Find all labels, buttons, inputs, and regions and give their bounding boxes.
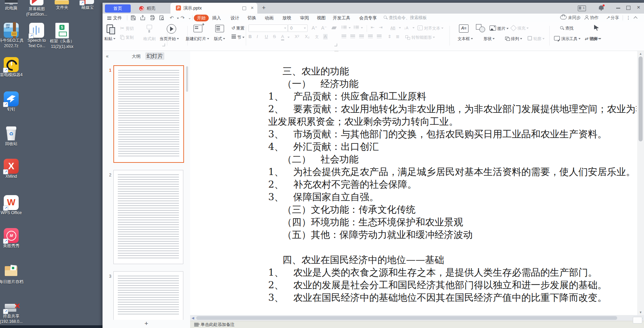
- tab-start[interactable]: 开始: [194, 15, 209, 21]
- layout-button[interactable]: 版式: [214, 36, 225, 41]
- more-commands-chevron[interactable]: ⌄: [188, 14, 191, 22]
- tab-slides[interactable]: 幻灯片: [145, 52, 164, 60]
- format-painter-icon[interactable]: [146, 24, 153, 33]
- tab-home[interactable]: 首页: [105, 4, 131, 13]
- desktop-icon-daily-archive[interactable]: 每日图片存档: [0, 264, 26, 284]
- collaborate-button[interactable]: 协作: [585, 14, 599, 22]
- font-color-button[interactable]: A: [281, 34, 284, 40]
- decrease-indent-icon[interactable]: ⇤: [371, 25, 374, 30]
- reset-button[interactable]: ↺重置: [232, 25, 244, 31]
- format-painter-button[interactable]: 格式刷: [143, 36, 155, 41]
- desktop-icon-dingtalk[interactable]: ↗ 钉钉: [0, 91, 26, 112]
- smart-graphic-button[interactable]: 转智能图形: [405, 35, 435, 40]
- clear-format-icon[interactable]: [331, 27, 337, 29]
- italic-button[interactable]: I: [257, 34, 258, 39]
- align-text-button[interactable]: 对齐文本: [418, 25, 443, 31]
- panel-scrollbar-thumb[interactable]: [186, 66, 188, 92]
- copy-button[interactable]: 复制: [120, 35, 134, 40]
- more-options-button[interactable]: ⋮: [626, 14, 631, 22]
- increase-indent-icon[interactable]: ⇥: [379, 25, 383, 30]
- font-dialog-launcher[interactable]: [334, 44, 337, 46]
- tab-outline[interactable]: 大纲: [132, 52, 141, 61]
- notification-bell-icon[interactable]: [599, 5, 604, 10]
- tab-docker[interactable]: 稻壳: [134, 4, 170, 13]
- tab-preview-icon[interactable]: [242, 6, 246, 10]
- slide-canvas[interactable]: 三、农业的功能 （一） 经济功能 1、 产品贡献：供应食品和工业原料 2、 要素…: [190, 51, 637, 328]
- highlight-color-button[interactable]: A: [323, 34, 328, 39]
- scroll-down-icon[interactable]: ▼: [637, 310, 644, 315]
- select-cursor-icon[interactable]: [594, 25, 599, 31]
- arrange-button[interactable]: 排列: [505, 36, 522, 41]
- horizontal-scrollbar-thumb[interactable]: [196, 316, 617, 320]
- desktop-icon-xlsx[interactable]: S 框架（头条） 11(2)(1).xlsx: [48, 23, 77, 49]
- fill-button[interactable]: 填充: [511, 25, 529, 31]
- textbox-button[interactable]: 文本框: [458, 36, 473, 41]
- slide-thumbnail-2[interactable]: [113, 170, 183, 264]
- new-slide-button[interactable]: 新建幻灯片: [186, 36, 209, 41]
- play-from-current-icon[interactable]: [167, 24, 176, 34]
- line-spacing-icon[interactable]: ⇕: [388, 34, 391, 39]
- tab-member[interactable]: 会员专享: [359, 14, 377, 22]
- strikethrough-button[interactable]: S: [273, 34, 276, 39]
- numbered-list-icon[interactable]: [354, 25, 359, 29]
- select-button[interactable]: 选择: [590, 36, 601, 41]
- vertical-scrollbar[interactable]: ▲ ▼: [637, 51, 644, 315]
- desktop-icon-meitu[interactable]: M↗ 美图秀秀: [0, 228, 26, 248]
- close-button[interactable]: ×: [634, 3, 643, 13]
- pinyin-guide-button[interactable]: 文: [315, 34, 319, 39]
- tab-view[interactable]: 视图: [317, 14, 326, 22]
- shapes-icon[interactable]: [476, 24, 485, 32]
- desktop-icon-ldplayer[interactable]: ↗ 雷电模拟器4: [0, 57, 26, 77]
- minimize-button[interactable]: [613, 3, 623, 13]
- desktop-icon-speech-to-text[interactable]: ↗ Speech to Text Co...: [22, 23, 51, 49]
- undo-button[interactable]: ↶: [170, 14, 174, 22]
- tab-review[interactable]: 审阅: [300, 14, 309, 22]
- export-button[interactable]: [140, 15, 146, 21]
- text-direction-button[interactable]: AB: [390, 25, 395, 31]
- outline-button[interactable]: 轮廓: [528, 36, 545, 41]
- desktop-icon-network-share[interactable]: ×↗ 持盈共享 (192.168.0...: [0, 302, 26, 324]
- sync-status-button[interactable]: 未同步: [560, 14, 581, 22]
- tab-slideshow[interactable]: 放映: [282, 14, 291, 22]
- scroll-left-icon[interactable]: ◀: [190, 315, 196, 321]
- scroll-up-icon[interactable]: ▲: [637, 51, 644, 56]
- view-corner-widget[interactable]: [633, 317, 642, 324]
- tab-devtools[interactable]: 开发工具: [333, 14, 350, 22]
- tab-design[interactable]: 设计: [231, 14, 239, 22]
- share-button[interactable]: ↗分享: [606, 14, 619, 22]
- horizontal-scrollbar[interactable]: ◀ ▶: [190, 315, 644, 321]
- font-name-combo[interactable]: [249, 24, 288, 32]
- play-from-current-button[interactable]: 当页开始: [160, 36, 179, 41]
- paste-button[interactable]: 粘贴: [104, 36, 115, 41]
- maximize-button[interactable]: [624, 3, 633, 13]
- tab-close-icon[interactable]: ×: [249, 3, 255, 14]
- slide-thumbnail-3[interactable]: [113, 271, 183, 320]
- shape-button[interactable]: 形状: [483, 36, 495, 41]
- redo-button[interactable]: ↷: [181, 14, 185, 22]
- superscript-button[interactable]: X²: [295, 34, 299, 39]
- vertical-scrollbar-thumb[interactable]: [639, 56, 643, 141]
- file-menu[interactable]: 文件: [107, 14, 122, 22]
- clipboard-dialog-launcher[interactable]: [162, 44, 165, 46]
- underline-button[interactable]: U: [265, 34, 268, 39]
- font-size-combo[interactable]: 0: [288, 24, 308, 32]
- picture-button[interactable]: 图片: [490, 25, 509, 31]
- add-slide-button[interactable]: +: [103, 320, 190, 328]
- textbox-icon[interactable]: A≡: [459, 24, 468, 33]
- subscript-button[interactable]: X₂: [305, 34, 310, 39]
- desktop-icon-screenshot[interactable]: 屏幕截图 (FastSton...: [22, 0, 51, 17]
- bold-button[interactable]: B: [249, 34, 252, 39]
- print-button[interactable]: [149, 15, 155, 21]
- bullet-list-icon[interactable]: [342, 25, 347, 29]
- decrease-font-button[interactable]: A⁻: [321, 25, 327, 31]
- distribute-icon[interactable]: [377, 35, 382, 38]
- desktop-icon-wps-office[interactable]: W↗ WPS Office: [0, 195, 26, 215]
- justify-icon[interactable]: [368, 35, 373, 38]
- command-search-box[interactable]: 查找命令、搜索模板: [384, 14, 427, 22]
- desktop-icon-folder[interactable]: 文件夹: [48, 0, 77, 10]
- layout-icon[interactable]: [215, 25, 224, 32]
- tab-document[interactable]: P 演示.pptx ×: [170, 3, 257, 14]
- desktop-icon-rongmeibao[interactable]: ↗ 融媒宝: [73, 0, 102, 10]
- tab-transition[interactable]: 切换: [247, 14, 256, 22]
- save-button[interactable]: [130, 15, 136, 21]
